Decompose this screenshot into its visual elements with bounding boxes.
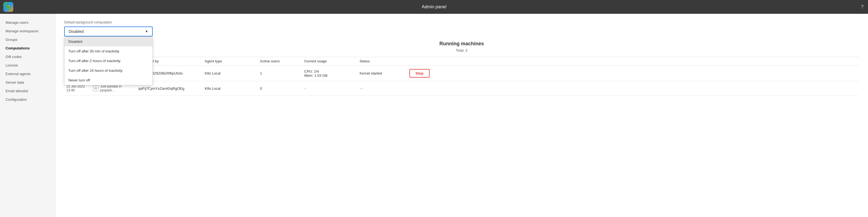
row1-cpu: CPU: 1% (304, 69, 355, 73)
row1-action: Stop (407, 69, 452, 78)
col-header-status: Status (358, 59, 407, 63)
sidebar-item-groups[interactable]: Groups (0, 35, 55, 44)
sidebar-item-manage-users[interactable]: Manage users (0, 18, 55, 27)
row2-launched-by-id: qaFij7CymYxZamlGqRgOEg (136, 86, 203, 91)
dropdown-section-label: Default background computation (64, 21, 859, 24)
dropdown-menu: Disabled Turn off after 30 min of inacti… (64, 36, 153, 85)
sidebar: Manage users Manage workspaces Groups Co… (0, 14, 55, 217)
table-header-row: Launched by Agent type Active users Curr… (64, 57, 859, 66)
table-row: atalore Dem… kjy7BqZO29Z0BcRf6pUb3o K8s … (64, 66, 859, 81)
dropdown-option-2hours[interactable]: Turn off after 2 hours of inactivity (64, 56, 152, 66)
machines-table: Launched by Agent type Active users Curr… (64, 57, 859, 96)
header-title: Admin panel (422, 4, 446, 9)
row2-launched-at: 21 Jun 2023 13:40 ⧉ Just pandas in pyspa… (64, 84, 136, 92)
running-machines-title: Running machines (64, 41, 859, 47)
sidebar-item-manage-workspaces[interactable]: Manage workspaces (0, 27, 55, 35)
row1-status: Kernel started (358, 71, 407, 75)
app-logo (3, 2, 13, 12)
row2-current-usage: – (302, 86, 358, 91)
background-computation-dropdown-wrapper: Disabled ▼ Disabled Turn off after 30 mi… (64, 27, 153, 36)
col-header-action (407, 59, 452, 63)
col-header-active-users: Active users (258, 59, 302, 63)
dropdown-option-30min[interactable]: Turn off after 30 min of inactivity (64, 46, 152, 56)
row1-current-usage: CPU: 1% Mem: 1.03 GB (302, 69, 358, 78)
app-header: Admin panel ? (0, 0, 868, 14)
col-header-agent-type: Agent type (203, 59, 258, 63)
row2-agent-type: K8s Local (203, 86, 258, 91)
background-computation-dropdown[interactable]: Disabled ▼ (64, 27, 153, 36)
svg-point-0 (8, 5, 10, 7)
row2-active-users: 0 (258, 86, 302, 91)
sidebar-item-computations[interactable]: Computations (0, 44, 55, 52)
running-machines-section: Running machines Total: 2 Launched by Ag… (64, 41, 859, 96)
row2-date: 21 Jun 2023 13:40 (66, 84, 91, 92)
help-icon[interactable]: ? (861, 4, 864, 10)
running-machines-total: Total: 2 (64, 48, 859, 52)
sidebar-item-external-agents[interactable]: External agents (0, 70, 55, 78)
dropdown-option-disabled[interactable]: Disabled (64, 37, 152, 46)
row2-notebook: Just pandas in pyspark… (100, 84, 134, 92)
stop-button[interactable]: Stop (409, 69, 430, 78)
row2-status: — (358, 86, 407, 91)
col-header-current-usage: Current usage (302, 59, 358, 63)
row1-agent-type: K8s Local (203, 71, 258, 75)
sidebar-item-email-allowlist[interactable]: Email allowlist (0, 87, 55, 95)
dropdown-option-never[interactable]: Never turn off (64, 75, 152, 85)
sidebar-item-license[interactable]: License (0, 61, 55, 70)
dropdown-selected-value: Disabled (69, 29, 84, 34)
sidebar-item-server-data[interactable]: Server data (0, 78, 55, 87)
dropdown-option-24hours[interactable]: Turn off after 24 hours of inactivity (64, 66, 152, 75)
row1-active-users: 1 (258, 71, 302, 75)
sidebar-item-gift-codes[interactable]: Gift codes (0, 52, 55, 61)
row1-mem: Mem: 1.03 GB (304, 73, 355, 78)
main-content: Default background computation Disabled … (55, 14, 868, 217)
dropdown-arrow-icon: ▼ (145, 30, 148, 33)
sidebar-item-configuration[interactable]: Configuration (0, 95, 55, 104)
table-row: 21 Jun 2023 13:40 ⧉ Just pandas in pyspa… (64, 81, 859, 96)
copy-icon[interactable]: ⧉ (93, 85, 98, 91)
